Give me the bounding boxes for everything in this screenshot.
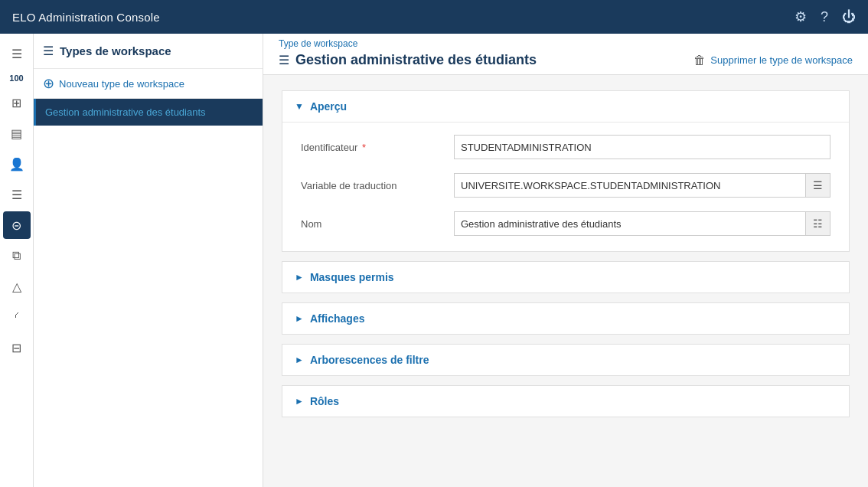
section-apercu-title: Aperçu (310, 100, 347, 113)
chevron-right-icon: ► (295, 272, 304, 283)
main-content: Type de workspace ☰ Gestion administrati… (263, 34, 868, 487)
nav-users[interactable]: 👤 (3, 150, 31, 178)
delete-button-label: Supprimer le type de workspace (710, 54, 853, 66)
main-list-icon: ☰ (279, 53, 289, 67)
delete-workspace-type-button[interactable]: 🗑 Supprimer le type de workspace (693, 54, 853, 67)
sidebar-panel: ☰ Types de workspace ⊕ Nouveau type de w… (34, 34, 263, 487)
input-variable-de-traduction[interactable] (454, 173, 806, 198)
gear-icon[interactable]: ⚙ (795, 8, 807, 25)
chevron-right-icon-3: ► (295, 355, 304, 365)
label-identificateur: Identificateur * (301, 142, 454, 153)
section-roles-title: Rôles (310, 395, 339, 407)
topbar: ELO Administration Console ⚙ ? ⏻ (0, 0, 868, 34)
section-apercu-body: Identificateur * Variable de traduction … (282, 122, 849, 251)
section-affichages-title: Affichages (310, 312, 365, 325)
section-apercu-header[interactable]: ▼ Aperçu (282, 91, 849, 122)
topbar-actions: ⚙ ? ⏻ (795, 8, 856, 25)
new-workspace-type-button[interactable]: ⊕ Nouveau type de workspace (43, 75, 184, 92)
nav-table[interactable]: ⊞ (3, 89, 31, 116)
section-arborescences-header[interactable]: ► Arborescences de filtre (282, 345, 849, 375)
input-nom[interactable] (454, 211, 806, 236)
nav-flow[interactable]: ⸂ (3, 303, 31, 331)
nav-hamburger[interactable]: ☰ (3, 40, 31, 67)
section-masques-permis-title: Masques permis (310, 271, 394, 283)
variable-traduction-list-button[interactable]: ☰ (806, 173, 830, 198)
section-roles-header[interactable]: ► Rôles (282, 386, 849, 417)
section-masques-permis: ► Masques permis (282, 261, 850, 293)
field-nom: Nom ☷ (301, 211, 830, 236)
section-apercu: ▼ Aperçu Identificateur * (282, 90, 850, 252)
nom-translation-button[interactable]: ☷ (806, 211, 830, 236)
sidebar-item-gestion[interactable]: Gestion administrative des étudiants (34, 99, 263, 126)
page-title: Gestion administrative des étudiants (295, 52, 537, 68)
input-wrap-identificateur (454, 135, 830, 159)
main-layout: ☰ 100 ⊞ ▤ 👤 ☰ ⊝ ⧉ △ ⸂ ⊟ ☰ Types de works… (0, 34, 868, 487)
sidebar-panel-header: ☰ Types de workspace (34, 34, 263, 69)
chevron-right-icon-2: ► (295, 313, 304, 324)
plus-icon: ⊕ (43, 75, 54, 92)
new-button-label: Nouveau type de workspace (59, 78, 184, 90)
section-arborescences-title: Arborescences de filtre (310, 354, 429, 366)
main-title-row: ☰ Gestion administrative des étudiants 🗑… (263, 49, 868, 74)
label-variable-de-traduction: Variable de traduction (301, 180, 454, 191)
input-wrap-nom: ☷ (454, 211, 830, 236)
section-masques-permis-header[interactable]: ► Masques permis (282, 262, 849, 293)
main-title-left: ☰ Gestion administrative des étudiants (279, 52, 537, 68)
field-identificateur: Identificateur * (301, 135, 830, 159)
section-arborescences: ► Arborescences de filtre (282, 344, 850, 376)
app-title: ELO Administration Console (12, 11, 160, 24)
input-wrap-variable-de-traduction: ☰ (454, 173, 830, 198)
sidebar-items-list: Gestion administrative des étudiants (34, 99, 263, 487)
section-roles: ► Rôles (282, 385, 850, 417)
sidebar-item-label: Gestion administrative des étudiants (45, 106, 206, 118)
nav-layers[interactable]: ⧉ (3, 242, 31, 270)
panel-title: Types de workspace (60, 44, 171, 57)
nav-list[interactable]: ☰ (3, 181, 31, 208)
nav-badge[interactable]: ⊟ (3, 334, 31, 361)
form-area: ▼ Aperçu Identificateur * (263, 75, 868, 442)
section-affichages: ► Affichages (282, 302, 850, 335)
input-identificateur[interactable] (454, 135, 830, 159)
breadcrumb: Type de workspace (263, 34, 868, 49)
field-variable-de-traduction: Variable de traduction ☰ (301, 173, 830, 198)
help-icon[interactable]: ? (821, 9, 828, 25)
logout-icon[interactable]: ⏻ (842, 9, 856, 25)
panel-list-icon: ☰ (43, 44, 54, 58)
trash-icon: 🗑 (693, 54, 706, 67)
main-header: Type de workspace ☰ Gestion administrati… (263, 34, 868, 75)
sidebar-narrow: ☰ 100 ⊞ ▤ 👤 ☰ ⊝ ⧉ △ ⸂ ⊟ (0, 34, 34, 487)
sidebar-toolbar: ⊕ Nouveau type de workspace (34, 69, 263, 99)
nav-grid[interactable]: ⊝ (3, 211, 31, 239)
label-nom: Nom (301, 218, 454, 230)
nav-count: 100 (9, 70, 23, 86)
nav-warning[interactable]: △ (3, 273, 31, 300)
required-star: * (362, 142, 366, 153)
section-affichages-header[interactable]: ► Affichages (282, 303, 849, 334)
chevron-down-icon: ▼ (295, 101, 304, 112)
nav-card[interactable]: ▤ (3, 119, 31, 147)
chevron-right-icon-4: ► (295, 396, 304, 407)
